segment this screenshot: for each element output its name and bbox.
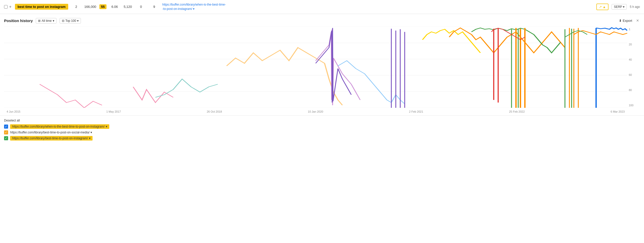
chart-y-axis: 1 20 40 60 80 100 [627,27,640,108]
calendar-icon: ⊞ [38,19,41,23]
trend-button[interactable]: ↗ ▲ [596,4,609,10]
export-button[interactable]: ⬇ Export [619,19,632,23]
chart-area [4,27,627,108]
time-filter-label: All time [42,19,51,23]
competitors-metric: 9 [149,5,159,9]
x-label-1: 4 Jun 2015 [7,110,20,113]
close-button[interactable]: × [635,18,640,23]
legend-item-3: ✓ https://buffer.com/library/best-time-t… [4,136,640,141]
keyword-tag: best time to post on instagram [15,4,68,10]
top-filter-button[interactable]: ⊟ Top 100 ▾ [60,18,81,24]
legend-url-3-text: https://buffer.com/library/best-time-to-… [12,136,88,140]
legend-checkbox-2[interactable]: ✓ [4,130,8,134]
legend-url-2[interactable]: https://buffer.com/library/best-time-to-… [10,131,92,134]
legend-item-1: ✓ https://buffer.com/library/when-is-the… [4,124,640,129]
y-label-40: 40 [629,58,638,61]
export-icon: ⬇ [619,19,622,23]
chart-wrapper: 1 20 40 60 80 100 4 Jun 2015 1 May 2017 … [4,27,640,115]
add-button[interactable]: + [9,5,12,9]
legend-url-2-dropdown-icon: ▾ [91,131,92,134]
trend-arrow-icon: ▲ [602,5,606,9]
x-label-5: 2 Feb 2021 [409,110,423,113]
deselect-all[interactable]: Deselect all [4,119,640,122]
legend-url-3[interactable]: https://buffer.com/library/best-time-to-… [10,136,93,141]
top-filter-dropdown-icon: ▾ [77,19,79,23]
serp-button[interactable]: SERP ▾ [612,4,627,10]
x-label-2: 1 May 2017 [106,110,121,113]
legend-url-3-dropdown-icon: ▾ [89,136,91,140]
top-filter-label: Top 100 [65,19,76,23]
chart-x-axis: 4 Jun 2015 1 May 2017 26 Oct 2018 10 Jan… [4,108,627,115]
y-label-100: 100 [629,104,638,107]
x-label-7: 6 Mar 2023 [611,110,625,113]
time-filter-button[interactable]: ⊞ All time ▾ [36,18,56,24]
chart-svg [4,27,627,108]
y-label-60: 60 [629,73,638,76]
row-controls[interactable]: + [4,5,12,9]
position-metric: 2 [71,5,81,9]
serp-dropdown-icon: ▾ [623,5,624,9]
legend-checkbox-3[interactable]: ✓ [4,136,8,140]
x-label-4: 10 Jan 2020 [308,110,323,113]
chart-header: Position history ⊞ All time ▾ ⊟ Top 100 … [4,18,640,24]
grid-icon: ⊟ [62,19,64,23]
volume-metric: 166,000 [84,5,96,9]
y-label-1: 1 [629,28,638,31]
trend-up-icon: ↗ [599,5,602,9]
chart-section: Position history ⊞ All time ▾ ⊟ Top 100 … [0,14,644,116]
traffic-metric: 5,120 [123,5,133,9]
x-label-6: 25 Feb 2022 [509,110,525,113]
time-ago: 5 h ago [630,5,640,9]
cpc-metric: 6.06 [110,5,120,9]
export-label: Export [623,19,632,23]
legend-section: Deselect all ✓ https://buffer.com/librar… [0,116,644,146]
time-filter-dropdown-icon: ▾ [53,19,54,23]
zero-metric: 0 [136,5,146,9]
serp-label: SERP [614,5,622,9]
y-label-80: 80 [629,89,638,92]
score-metric: 55 [99,4,106,9]
y-label-20: 20 [629,43,638,46]
legend-url-2-text: https://buffer.com/library/best-time-to-… [10,131,90,134]
legend-checkbox-1[interactable]: ✓ [4,125,8,129]
legend-item-2: ✓ https://buffer.com/library/best-time-t… [4,130,640,134]
legend-url-1-text: https://buffer.com/library/when-is-the-b… [12,125,105,128]
keyword-url[interactable]: https://buffer.com/library/when-is-the-b… [162,3,226,11]
chart-title: Position history [4,19,33,23]
row-checkbox[interactable] [4,5,8,9]
keyword-row: + best time to post on instagram 2 166,0… [0,0,644,14]
x-label-3: 26 Oct 2018 [207,110,222,113]
legend-url-1[interactable]: https://buffer.com/library/when-is-the-b… [10,124,109,129]
legend-url-1-dropdown-icon: ▾ [106,125,107,128]
